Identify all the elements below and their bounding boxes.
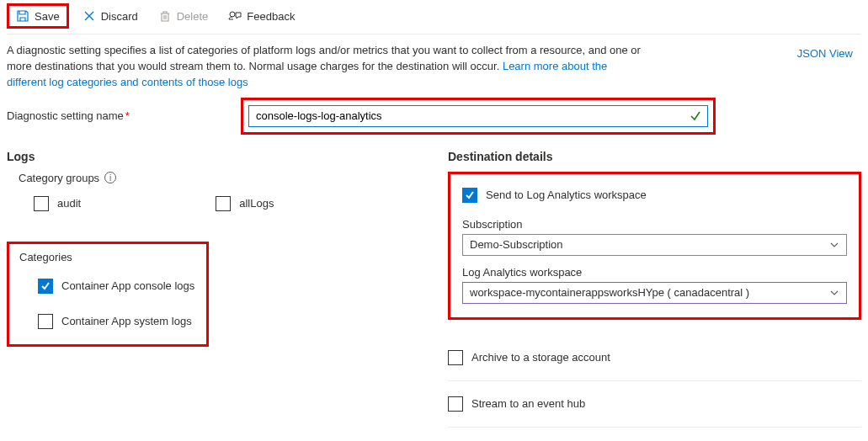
audit-checkbox-row[interactable]: audit bbox=[34, 191, 81, 216]
save-icon bbox=[16, 9, 29, 23]
destination-heading: Destination details bbox=[448, 150, 861, 163]
info-icon[interactable]: i bbox=[104, 172, 116, 183]
feedback-button[interactable]: Feedback bbox=[221, 6, 301, 26]
discard-button[interactable]: Discard bbox=[76, 6, 145, 26]
system-logs-label: Container App system logs bbox=[61, 315, 192, 327]
send-la-label: Send to Log Analytics workspace bbox=[486, 189, 647, 201]
chevron-down-icon bbox=[829, 288, 839, 298]
console-logs-label: Container App console logs bbox=[61, 279, 194, 292]
logs-heading: Logs bbox=[7, 150, 428, 163]
toolbar: Save Discard Delete Feedback bbox=[7, 0, 861, 35]
feedback-label: Feedback bbox=[247, 10, 295, 23]
workspace-select[interactable]: workspace-mycontainerappsworksHYpe ( can… bbox=[462, 282, 847, 304]
stream-row[interactable]: Stream to an event hub bbox=[448, 391, 861, 417]
archive-label: Archive to a storage account bbox=[471, 351, 610, 364]
alllogs-label: allLogs bbox=[239, 197, 274, 210]
workspace-value: workspace-mycontainerappsworksHYpe ( can… bbox=[470, 286, 749, 299]
setting-name-label: Diagnostic setting name* bbox=[7, 109, 241, 122]
archive-checkbox[interactable] bbox=[448, 350, 463, 365]
console-logs-row[interactable]: Container App console logs bbox=[38, 274, 196, 299]
partner-row[interactable]: Send to partner solution bbox=[448, 438, 861, 441]
destination-highlight: Send to Log Analytics workspace Subscrip… bbox=[448, 172, 861, 320]
save-button[interactable]: Save bbox=[7, 3, 69, 29]
stream-checkbox[interactable] bbox=[448, 396, 463, 412]
subscription-select[interactable]: Demo-Subscription bbox=[462, 234, 847, 256]
workspace-label: Log Analytics workspace bbox=[462, 266, 847, 279]
delete-label: Delete bbox=[177, 10, 209, 23]
alllogs-checkbox-row[interactable]: allLogs bbox=[216, 191, 274, 216]
setting-name-row: Diagnostic setting name* bbox=[7, 98, 861, 135]
json-view-link[interactable]: JSON View bbox=[797, 47, 853, 60]
setting-name-highlight bbox=[241, 98, 716, 135]
send-la-checkbox[interactable] bbox=[462, 188, 477, 203]
system-logs-row[interactable]: Container App system logs bbox=[38, 309, 196, 334]
categories-highlight: Categories Container App console logs Co… bbox=[7, 242, 209, 347]
console-logs-checkbox[interactable] bbox=[38, 279, 53, 294]
valid-check-icon bbox=[690, 110, 701, 122]
audit-checkbox[interactable] bbox=[34, 196, 49, 211]
svg-point-0 bbox=[230, 12, 235, 17]
discard-icon bbox=[83, 9, 96, 23]
chevron-down-icon bbox=[829, 240, 839, 250]
category-groups-label: Category groups i bbox=[19, 172, 428, 184]
categories-label: Categories bbox=[19, 251, 196, 263]
subscription-label: Subscription bbox=[462, 218, 847, 231]
subscription-value: Demo-Subscription bbox=[470, 238, 563, 251]
archive-row[interactable]: Archive to a storage account bbox=[448, 345, 861, 370]
save-label: Save bbox=[35, 10, 60, 23]
discard-label: Discard bbox=[101, 10, 138, 23]
setting-name-input[interactable] bbox=[248, 105, 708, 127]
send-la-row[interactable]: Send to Log Analytics workspace bbox=[462, 183, 847, 208]
delete-icon bbox=[158, 9, 172, 23]
system-logs-checkbox[interactable] bbox=[38, 314, 53, 329]
alllogs-checkbox[interactable] bbox=[216, 196, 231, 211]
feedback-icon bbox=[228, 9, 242, 23]
delete-button: Delete bbox=[152, 6, 216, 26]
description-text: A diagnostic setting specifies a list of… bbox=[7, 43, 647, 91]
audit-label: audit bbox=[57, 197, 81, 210]
stream-label: Stream to an event hub bbox=[471, 397, 585, 410]
